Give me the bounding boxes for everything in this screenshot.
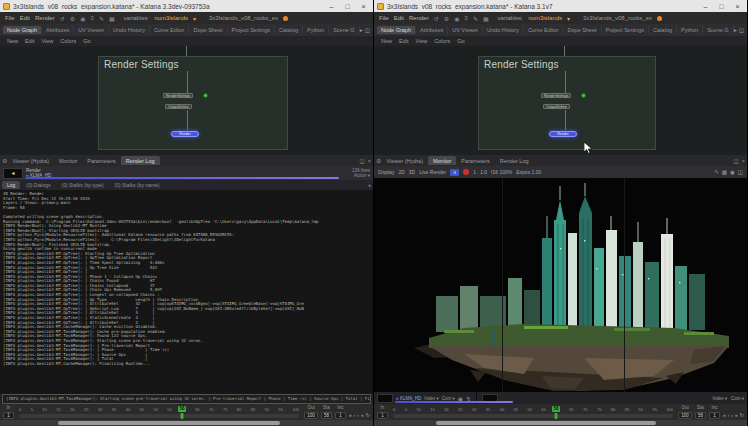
- timeline-ruler[interactable]: 0510152025303540455055606570758085909510…: [391, 406, 675, 412]
- monitor-viewport[interactable]: [374, 178, 747, 392]
- grid-icon[interactable]: ▦: [483, 15, 489, 22]
- menu-file[interactable]: File: [379, 15, 389, 21]
- resolution-readout[interactable]: f16 100%: [491, 169, 512, 175]
- node-view-flag-icon[interactable]: [581, 93, 586, 98]
- index-dropdown[interactable]: Index ▾: [424, 396, 439, 401]
- zoom-level[interactable]: 1 : 1.0: [473, 169, 487, 175]
- loop-button[interactable]: ↻: [740, 412, 744, 418]
- variables-dropdown[interactable]: num3islands: [154, 15, 188, 21]
- titlebar-left[interactable]: 3x3Islands_v08_rocks_expansion.katana* -…: [0, 0, 373, 12]
- pointer-tool-icon[interactable]: ✎: [714, 169, 719, 175]
- grid-tool-icon[interactable]: ▦: [722, 169, 727, 175]
- pane-tab-render-log[interactable]: Render Log: [121, 156, 160, 165]
- timeline-out-field[interactable]: 100: [304, 412, 318, 419]
- go-to-start-button[interactable]: «: [349, 412, 352, 418]
- tab-catalog[interactable]: Catalog: [275, 26, 303, 34]
- ng-menu-go[interactable]: Go: [457, 38, 464, 44]
- timeline-current-field[interactable]: 58: [695, 412, 706, 419]
- pane-split-icon[interactable]: ◫: [739, 27, 744, 33]
- render-settings-group[interactable]: Render Settings RenderSettings OutputDef…: [98, 56, 288, 150]
- render-log-output[interactable]: 3D Render: RenderStart Time: Fri Dec 13 …: [0, 190, 373, 394]
- node-rendersettings[interactable]: RenderSettings: [541, 93, 571, 98]
- split-tool-icon[interactable]: ◫: [738, 169, 743, 175]
- maximize-button[interactable]: □: [715, 1, 728, 12]
- pane-close-icon[interactable]: ×: [742, 158, 745, 164]
- com-dropdown[interactable]: Com ▾: [442, 396, 455, 401]
- ng-menu-go[interactable]: Go: [83, 38, 90, 44]
- pane-split-icon[interactable]: ◫: [734, 158, 739, 164]
- variables-dropdown[interactable]: num3islands: [528, 15, 562, 21]
- timeline-inc-field[interactable]: 1: [709, 412, 720, 419]
- timeline-slider-handle[interactable]: [180, 413, 183, 419]
- timeline-ruler[interactable]: 0510152025303540455055606570758085909510…: [17, 406, 301, 412]
- catalog-entry-name[interactable]: ● KLMA_HD: [396, 396, 421, 401]
- minimize-button[interactable]: –: [699, 1, 712, 12]
- mode-2d-button[interactable]: 2D: [398, 169, 404, 175]
- ng-menu-new[interactable]: New: [7, 38, 18, 44]
- go-to-end-button[interactable]: »: [361, 412, 364, 418]
- pane-tab-parameters[interactable]: Parameters: [82, 156, 120, 165]
- tab-attributes[interactable]: Attributes: [42, 26, 74, 34]
- tab-scene-graph[interactable]: Scene G: [329, 26, 359, 34]
- file-tab[interactable]: 3x3Islands_v08_rocks_ex: [209, 15, 278, 21]
- target-tool-icon[interactable]: ◉: [730, 169, 735, 175]
- subtab-dialogs[interactable]: (0) Dialogs: [21, 181, 55, 189]
- step-forward-button[interactable]: ›: [731, 412, 733, 418]
- tab-node-graph[interactable]: Node Graph: [377, 26, 416, 34]
- timeline-current-field[interactable]: 58: [321, 412, 332, 419]
- pane-tab-viewer-hydra[interactable]: Viewer (Hydra): [381, 156, 428, 165]
- ng-menu-view[interactable]: View: [42, 38, 54, 44]
- current-frame-marker[interactable]: 58: [552, 406, 560, 412]
- tab-project-settings[interactable]: Project Settings: [228, 26, 276, 34]
- timeline-slider-handle[interactable]: [554, 413, 557, 419]
- timeline-slider[interactable]: [19, 414, 299, 418]
- pause-button[interactable]: II: [450, 169, 459, 176]
- pane-tab-monitor[interactable]: Monitor: [428, 156, 456, 165]
- tab-undo-history[interactable]: Undo History: [109, 26, 150, 34]
- target-icon[interactable]: ◉: [80, 15, 85, 22]
- step-back-button[interactable]: ‹: [728, 412, 730, 418]
- loop-button[interactable]: ↻: [366, 412, 370, 418]
- close-button[interactable]: ×: [357, 1, 370, 12]
- timeline-out-field[interactable]: 100: [678, 412, 692, 419]
- tab-attributes[interactable]: Attributes: [416, 26, 448, 34]
- catalog-thumbnail[interactable]: [377, 394, 393, 403]
- ng-menu-edit[interactable]: Edit: [25, 38, 34, 44]
- current-frame-marker[interactable]: 58: [178, 406, 186, 412]
- back-icon[interactable]: ↺: [434, 15, 439, 22]
- tab-uv-viewer[interactable]: UV Viewer: [448, 26, 483, 34]
- tab-python[interactable]: Python: [303, 26, 329, 34]
- edit-icon[interactable]: ✎: [99, 15, 104, 22]
- target-icon[interactable]: ◉: [454, 15, 459, 22]
- tab-catalog[interactable]: Catalog: [649, 26, 677, 34]
- tab-project-settings[interactable]: Project Settings: [602, 26, 650, 34]
- tab-overflow-icon[interactable]: ▸: [734, 27, 737, 33]
- node-outputdefine[interactable]: OutputDefine: [543, 104, 570, 109]
- timeline-in-field[interactable]: 1: [377, 412, 388, 419]
- ng-menu-colors[interactable]: Colors: [434, 38, 450, 44]
- tab-scene-graph[interactable]: Scene G: [703, 26, 733, 34]
- maximize-button[interactable]: □: [341, 1, 354, 12]
- subtab-stalks-by-name[interactable]: (0) Stalks (by name): [110, 181, 165, 189]
- log-status-line[interactable]: [INFO plugins.Geolib3-MT.TaskManager]: S…: [2, 394, 371, 404]
- edit-icon[interactable]: ✎: [473, 15, 478, 22]
- ng-menu-new[interactable]: New: [381, 38, 392, 44]
- exposure-readout[interactable]: Expos 1.00: [516, 169, 541, 175]
- tab-node-graph[interactable]: Node Graph: [3, 26, 42, 34]
- render-settings-group[interactable]: Render Settings RenderSettings OutputDef…: [478, 56, 656, 150]
- pane-tab-render-log[interactable]: Render Log: [495, 156, 534, 165]
- action-dropdown[interactable]: Action ▾: [354, 173, 370, 179]
- subtab-log[interactable]: Log: [2, 181, 20, 189]
- menu-render[interactable]: Render: [35, 15, 55, 21]
- back-icon[interactable]: ↺: [60, 15, 65, 22]
- go-to-start-button[interactable]: «: [723, 412, 726, 418]
- close-button[interactable]: ×: [731, 1, 744, 12]
- node-outputdefine[interactable]: OutputDefine: [165, 104, 192, 109]
- node-rendersettings[interactable]: RenderSettings: [163, 93, 193, 98]
- ng-menu-edit[interactable]: Edit: [399, 38, 408, 44]
- menu-edit[interactable]: Edit: [394, 15, 404, 21]
- go-to-end-button[interactable]: »: [735, 412, 738, 418]
- pane-close-icon[interactable]: ×: [368, 158, 371, 164]
- gear-icon[interactable]: ⚙: [70, 15, 75, 22]
- scrollbar-thumb[interactable]: [436, 421, 656, 425]
